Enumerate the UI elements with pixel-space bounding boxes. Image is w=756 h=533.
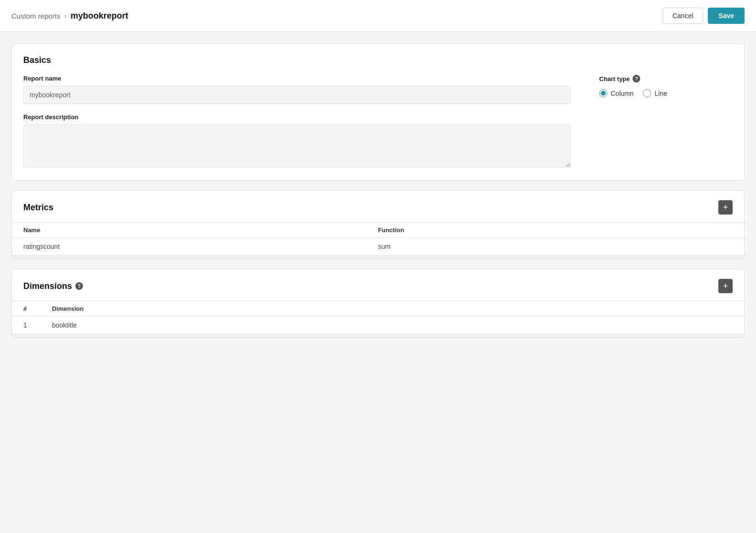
report-description-section: Report description [23,113,571,169]
basics-section-title: Basics [23,55,733,65]
save-button[interactable]: Save [708,8,745,24]
page-header: Custom reports › mybookreport Cancel Sav… [0,0,756,32]
dimensions-row-hash: 1 [23,321,52,329]
dimensions-section-title: Dimensions [23,281,72,291]
metrics-row-function: sum [378,243,733,250]
breadcrumb-separator: › [64,11,67,20]
header-actions: Cancel Save [663,8,745,24]
breadcrumb-parent: Custom reports [11,12,61,20]
radio-item-line[interactable]: Line [643,89,667,97]
basics-layout: Report name Report description Chart typ… [23,75,733,169]
metrics-col-name: Name [23,226,378,234]
dimensions-col-dimension: Dimension [52,305,733,312]
report-name-input[interactable] [23,86,571,104]
metrics-table: Name Function ratingscount sum [12,222,744,255]
chart-type-radio-group: Column Line [599,89,733,97]
add-metric-button[interactable]: + [718,200,733,215]
chart-type-label-text: Chart type [599,75,630,82]
report-description-textarea[interactable] [23,124,571,167]
metrics-row-name: ratingscount [23,243,378,250]
main-content: Basics Report name Report description Ch… [0,32,756,349]
table-row: 1 booktitle [12,317,744,334]
report-name-label: Report name [23,75,571,82]
metrics-bottom-bar [12,255,744,259]
metrics-table-header: Name Function [12,222,744,238]
basics-card: Basics Report name Report description Ch… [11,43,745,181]
add-dimension-button[interactable]: + [718,279,733,293]
breadcrumb-current: mybookreport [71,11,128,21]
dimensions-table-header: # Dimension [12,301,744,317]
metrics-card: Metrics + Name Function ratingscount sum [11,190,745,259]
dimensions-card: Dimensions ? + # Dimension 1 booktitle [11,269,745,338]
metrics-section-title: Metrics [23,203,53,213]
basics-left: Report name Report description [23,75,571,169]
report-description-label: Report description [23,113,571,121]
breadcrumb: Custom reports › mybookreport [11,11,128,21]
chart-type-help-icon[interactable]: ? [633,75,640,82]
dimensions-header: Dimensions ? + [12,269,744,301]
metrics-header: Metrics + [12,191,744,222]
radio-column-label: Column [611,90,633,97]
dimensions-table: # Dimension 1 booktitle [12,301,744,334]
radio-column-input[interactable] [599,89,607,97]
dimensions-help-icon[interactable]: ? [75,282,83,290]
dimensions-col-hash: # [23,305,52,312]
cancel-button[interactable]: Cancel [663,8,704,24]
dimensions-row-dimension: booktitle [52,321,733,329]
table-row: ratingscount sum [12,238,744,255]
radio-line-label: Line [654,90,667,97]
chart-type-label-group: Chart type ? [599,75,733,82]
basics-right: Chart type ? Column Line [599,75,733,169]
dimensions-bottom-bar [12,334,744,338]
metrics-col-function: Function [378,226,733,234]
radio-item-column[interactable]: Column [599,89,633,97]
radio-line-input[interactable] [643,89,651,97]
